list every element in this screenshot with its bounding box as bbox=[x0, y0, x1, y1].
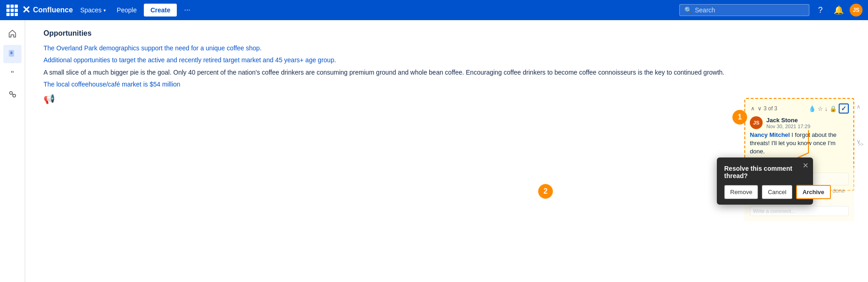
confluence-logo-text: Confluence bbox=[33, 6, 73, 14]
more-button[interactable]: ··· bbox=[180, 4, 194, 16]
main-content: Opportunities The Overland Park demograp… bbox=[25, 20, 868, 282]
confluence-logo-icon: ✕ bbox=[22, 4, 30, 16]
comment-prev-button[interactable]: ∧ bbox=[750, 104, 756, 113]
download-icon[interactable]: ↓ bbox=[825, 105, 828, 112]
content-line-3: A small slice of a much bigger pie is th… bbox=[44, 67, 854, 77]
comment-navigation: ∧ ∨ 3 of 3 bbox=[750, 104, 777, 113]
user-avatar[interactable]: JS bbox=[850, 4, 863, 16]
megaphone-icon: 📢 bbox=[44, 93, 854, 104]
comment-counter: 3 of 3 bbox=[764, 105, 777, 112]
comment-user-avatar: JS bbox=[750, 116, 763, 129]
svg-point-3 bbox=[10, 92, 12, 94]
apps-grid-button[interactable] bbox=[5, 4, 18, 16]
notifications-button[interactable]: 🔔 bbox=[831, 3, 846, 17]
spaces-menu[interactable]: Spaces ▾ bbox=[76, 5, 109, 16]
sidebar-item-drafts[interactable]: " bbox=[3, 65, 22, 83]
comment-body: Nancy Mitchel I forgot about the threats… bbox=[750, 131, 849, 156]
content-line-1: The Overland Park demographics support t… bbox=[44, 43, 854, 53]
water-drop-icon[interactable]: 💧 bbox=[808, 105, 816, 112]
comment-scroll-controls: ∧ ∨ bbox=[857, 103, 861, 145]
resolve-dialog-close-button[interactable]: ✕ bbox=[802, 161, 808, 170]
confluence-logo[interactable]: ✕ Confluence bbox=[22, 4, 73, 16]
bg-comment-input: Write a comment... bbox=[750, 206, 849, 216]
search-box[interactable]: 🔍 Search bbox=[679, 4, 809, 16]
apps-icon bbox=[6, 5, 18, 16]
comment-header: ∧ ∨ 3 of 3 💧 ☆ ↓ 🔒 ✓ bbox=[750, 103, 849, 114]
resolve-dialog: ✕ Resolve this comment thread? Remove Ca… bbox=[717, 157, 813, 205]
comment-user-row: JS Jack Stone Nov 30, 2021 17:29 bbox=[750, 116, 849, 129]
expand-controls: >> bbox=[858, 142, 863, 147]
content-line-4: The local coffeehouse/café market is $54… bbox=[44, 79, 854, 89]
resolve-archive-button[interactable]: Archive bbox=[796, 185, 831, 199]
scroll-up-button[interactable]: ∧ bbox=[857, 103, 861, 110]
step-2-badge: 2 bbox=[538, 184, 553, 199]
content-line-2: Additional opportunities to target the a… bbox=[44, 55, 854, 65]
sidebar-item-home[interactable] bbox=[3, 25, 22, 43]
top-navigation: ✕ Confluence Spaces ▾ People Create ··· … bbox=[0, 0, 868, 20]
lock-icon[interactable]: 🔒 bbox=[830, 105, 837, 112]
comment-action-icons: 💧 ☆ ↓ 🔒 ✓ bbox=[808, 103, 849, 114]
resolve-cancel-button[interactable]: Cancel bbox=[762, 185, 792, 199]
comment-mention: Nancy Mitchel bbox=[750, 131, 790, 138]
expand-right-button[interactable]: >> bbox=[858, 142, 863, 147]
comment-date: Nov 30, 2021 17:29 bbox=[766, 124, 810, 129]
comment-author-name: Jack Stone bbox=[766, 117, 810, 124]
left-sidebar: " bbox=[0, 20, 25, 282]
svg-line-5 bbox=[12, 94, 14, 95]
comment-next-button[interactable]: ∨ bbox=[757, 104, 763, 113]
star-icon[interactable]: ☆ bbox=[818, 105, 823, 112]
sidebar-item-pages[interactable] bbox=[3, 45, 22, 63]
sidebar-item-links[interactable] bbox=[3, 85, 22, 103]
help-button[interactable]: ? bbox=[813, 3, 828, 17]
resolve-dialog-title: Resolve this comment thread? bbox=[724, 165, 806, 179]
search-icon: 🔍 bbox=[684, 6, 692, 14]
people-menu[interactable]: People bbox=[113, 5, 141, 16]
resolve-check-button[interactable]: ✓ bbox=[839, 103, 849, 114]
resolve-dialog-buttons: Remove Cancel Archive bbox=[724, 185, 806, 199]
chevron-down-icon: ▾ bbox=[104, 8, 106, 13]
main-layout: " Opportunities The Overland Park demogr… bbox=[0, 20, 868, 282]
comment-user-info: Jack Stone Nov 30, 2021 17:29 bbox=[766, 117, 810, 129]
step-1-badge: 1 bbox=[732, 110, 747, 125]
create-button[interactable]: Create bbox=[144, 4, 177, 16]
resolve-remove-button[interactable]: Remove bbox=[724, 185, 758, 199]
section-title: Opportunities bbox=[44, 29, 854, 38]
